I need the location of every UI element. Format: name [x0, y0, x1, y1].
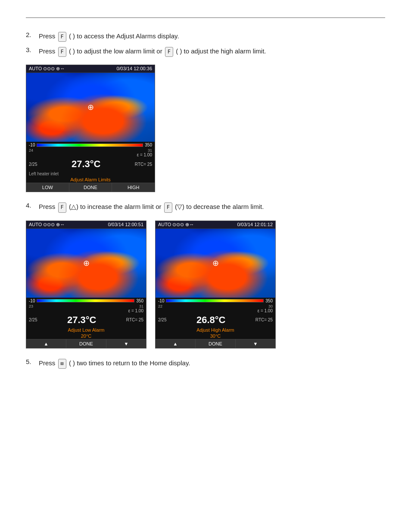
cam-thermal-1: ⊕: [26, 73, 155, 142]
step-3-text: Press F ( ) to adjust the low alarm limi…: [39, 46, 385, 57]
temperature-3: 26.8°C: [196, 314, 226, 326]
rtc-2: RTC= 25: [126, 317, 143, 322]
crosshair-1: ⊕: [86, 103, 95, 112]
scale-gradient-3: [166, 299, 264, 302]
cam-btn-done-2[interactable]: DONE: [66, 339, 106, 348]
step-4-text: Press F (△) to increase the alarm limit …: [39, 202, 385, 212]
cam-buttons-3: ▲ DONE ▼: [156, 339, 275, 348]
step-3-paren2: ( ): [176, 47, 182, 55]
range-left-2: 23: [29, 304, 33, 308]
cam-temp-row-3: 2/25 26.8°C RTC= 25: [156, 313, 275, 327]
scale-max-2: 350: [136, 299, 143, 303]
cam-btn-high[interactable]: HIGH: [112, 183, 155, 192]
step-3-middle: to adjust the low alarm limit or: [77, 47, 162, 55]
cam-header-left-1: AUTO ⊙⊙⊙ ⊕↔: [29, 66, 65, 72]
cam-alarm-2: Adjust Low Alarm: [26, 327, 146, 333]
scale-min-1: -10: [29, 143, 35, 147]
cam-btn-up-2[interactable]: ▲: [26, 339, 66, 348]
scale-labels-1: 24 31: [26, 148, 155, 152]
step-5-press: Press: [39, 359, 55, 367]
cam-buttons-1: LOW DONE HIGH: [26, 183, 155, 192]
cam-btn-down-2[interactable]: ▼: [106, 339, 146, 348]
cam-header-3: AUTO ⊙⊙⊙ ⊕↔ 0/03/14 12:01:12: [156, 221, 275, 229]
cam-btn-down-3[interactable]: ▼: [236, 339, 275, 348]
cam-temp-row-2: 2/25 27.3°C RTC= 25: [26, 313, 146, 327]
crosshair-2: ⊕: [82, 259, 90, 268]
cam-alarm-1: Adjust Alarm Limits: [26, 177, 155, 183]
step-3: 3. Press F ( ) to adjust the low alarm l…: [26, 46, 385, 57]
cam-header-left-2: AUTO ⊙⊙⊙ ⊕↔: [29, 222, 65, 227]
scale-gradient-2: [37, 299, 134, 302]
epsilon-3: ε = 1.00: [156, 308, 275, 313]
scale-labels-3: 22 30: [156, 304, 275, 308]
range-right-3: 30: [268, 304, 273, 308]
cam-scale-2: -10 350: [26, 298, 146, 304]
cam-header-right-2: 0/03/14 12:00:51: [108, 222, 143, 227]
range-right-1: 31: [148, 148, 152, 152]
cam-scale-1: -10 350: [26, 142, 155, 148]
cam-thermal-2: ⊕: [26, 229, 146, 298]
step-4-press: Press: [39, 203, 55, 210]
step-2-text: Press F ( ) to access the Adjust Alarms …: [39, 31, 385, 42]
cam-btn-up-3[interactable]: ▲: [156, 339, 196, 348]
fraction-2: 2/25: [29, 317, 37, 322]
step-3-btn1[interactable]: F: [58, 47, 66, 57]
range-left-3: 22: [158, 304, 162, 308]
epsilon-2: ε = 1.00: [26, 308, 146, 313]
cam-header-right-3: 0/03/14 12:01:12: [237, 222, 273, 227]
cam-alarm-value-3: 30°C: [156, 333, 275, 339]
screens-2-3-container: AUTO ⊙⊙⊙ ⊕↔ 0/03/14 12:00:51 ⊕ -10 350 2…: [26, 221, 385, 348]
rtc-1: RTC= 25: [135, 162, 152, 167]
temperature-2: 27.3°C: [67, 314, 97, 326]
epsilon-1: ε = 1.00: [26, 152, 155, 157]
step-3-press: Press: [39, 47, 55, 55]
temperature-1: 27.3°C: [72, 159, 101, 170]
cam-screen-2: AUTO ⊙⊙⊙ ⊕↔ 0/03/14 12:00:51 ⊕ -10 350 2…: [26, 221, 146, 348]
step-2-number: 2.: [26, 31, 39, 38]
step-5-btn[interactable]: ⊞: [58, 359, 66, 369]
cam-scale-3: -10 350: [156, 298, 275, 304]
cam-buttons-2: ▲ DONE ▼: [26, 339, 146, 348]
step-2-paren: ( ): [69, 32, 75, 40]
step-3-btn2[interactable]: F: [165, 47, 173, 57]
screen1-container: AUTO ⊙⊙⊙ ⊕↔ 0/03/14 12:00:36 ⊕ -10 350 2…: [26, 65, 385, 192]
step-4-middle: to increase the alarm limit or: [80, 203, 161, 210]
step-3-paren1: ( ): [69, 47, 75, 55]
step-5-number: 5.: [26, 358, 39, 365]
cam-label-1: Left heater inlet: [26, 171, 155, 177]
cam-screen-3: AUTO ⊙⊙⊙ ⊕↔ 0/03/14 12:01:12 ⊕ -10 350 2…: [155, 221, 276, 348]
crosshair-3: ⊕: [211, 259, 220, 268]
step-2-press: Press: [39, 32, 55, 40]
cam-header-left-3: AUTO ⊙⊙⊙ ⊕↔: [158, 222, 194, 227]
step-4-btn2[interactable]: F: [164, 202, 172, 212]
scale-min-2: -10: [29, 299, 35, 303]
step-3-after: to adjust the high alarm limit.: [184, 47, 266, 55]
cam-header-1: AUTO ⊙⊙⊙ ⊕↔ 0/03/14 12:00:36: [26, 65, 155, 73]
top-rule: [26, 17, 385, 18]
cam-btn-done-3[interactable]: DONE: [196, 339, 236, 348]
step-3-number: 3.: [26, 46, 39, 53]
step-4-number: 4.: [26, 202, 39, 209]
rtc-3: RTC= 25: [255, 317, 273, 322]
step-4-btn1[interactable]: F: [58, 202, 66, 212]
scale-max-3: 350: [265, 299, 273, 303]
step-5-paren: ( ): [69, 359, 75, 367]
step-4-after: to decrease the alarm limit.: [186, 203, 264, 210]
fraction-3: 2/25: [158, 317, 166, 322]
scale-max-1: 350: [145, 143, 152, 147]
cam-alarm-3: Adjust High Alarm: [156, 327, 275, 333]
step-5: 5. Press ⊞ ( ) two times to return to th…: [26, 358, 385, 369]
step-2-btn[interactable]: F: [58, 32, 66, 42]
step-4: 4. Press F (△) to increase the alarm lim…: [26, 202, 385, 212]
step-2-after: to access the Adjust Alarms display.: [77, 32, 179, 40]
scale-labels-2: 23 31: [26, 304, 146, 308]
scale-gradient-1: [37, 143, 143, 147]
cam-btn-done-1[interactable]: DONE: [69, 183, 112, 192]
fraction-1: 2/25: [29, 162, 37, 167]
cam-btn-low[interactable]: LOW: [26, 183, 69, 192]
cam-header-2: AUTO ⊙⊙⊙ ⊕↔ 0/03/14 12:00:51: [26, 221, 146, 229]
step-4-paren2: (▽): [175, 203, 184, 210]
step-4-paren1: (△): [69, 203, 78, 210]
range-left-1: 24: [29, 148, 33, 152]
cam-alarm-value-2: 20°C: [26, 333, 146, 339]
